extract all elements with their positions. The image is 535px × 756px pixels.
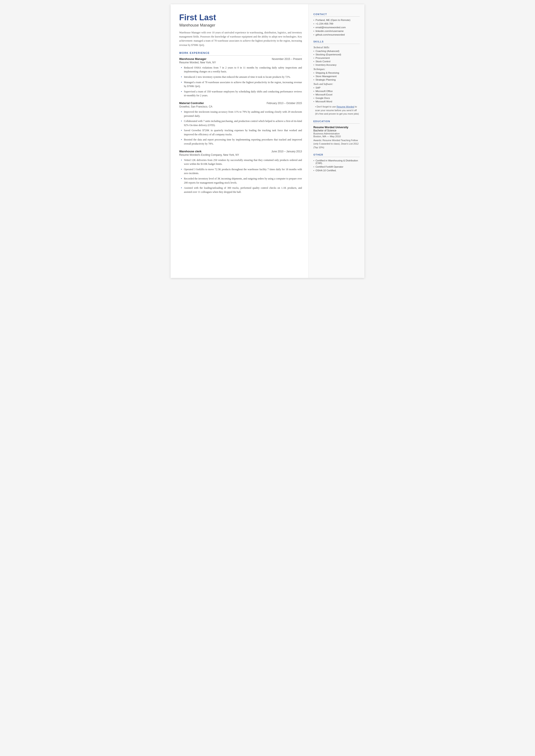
list-item: Improved the stockroom issuing accuracy … — [181, 110, 302, 118]
list-item: Supervised a team of 350 warehouse emplo… — [181, 90, 302, 98]
education-header: EDUCATION — [313, 120, 360, 124]
job-block-3: Warehouse clerk June 2010 – January 2013… — [179, 150, 302, 194]
list-item: +1-234-456-789 — [313, 22, 360, 25]
list-item: Microsoft Excel — [313, 93, 360, 96]
list-item: Managed a team of 78 warehouse associate… — [181, 80, 302, 88]
list-item: Microsoft Office — [313, 90, 360, 92]
job-company-1: Resume Worded, New York, NY — [179, 61, 302, 64]
edu-field: Business Administration — [313, 132, 360, 135]
list-item: Saved Growthsi $720K in quarterly trucki… — [181, 129, 302, 136]
list-item: Store Management — [313, 75, 360, 77]
job-block-1: Warehouse Manager November 2015 – Presen… — [179, 57, 302, 98]
job-dates-2: February 2013 – October 2015 — [267, 102, 302, 105]
job-title-2: Material Controller — [179, 102, 204, 105]
promo-before: • Don't forget to use — [315, 105, 337, 108]
job-header-1: Warehouse Manager November 2015 – Presen… — [179, 57, 302, 61]
list-item: Recorded the inventory level of 3K incom… — [181, 177, 302, 185]
job-dates-1: November 2015 – Present — [272, 58, 302, 61]
list-item: Introduced 2 new inventory systems that … — [181, 75, 302, 79]
list-item: SAP — [313, 86, 360, 89]
job-dates-3: June 2010 – January 2013 — [271, 150, 302, 153]
job-company-3: Resume Worded's Exciting Company, New Yo… — [179, 153, 302, 157]
list-item: Google Docs — [313, 97, 360, 99]
full-name: First Last — [179, 13, 302, 22]
list-item: Boosted the data and report processing t… — [181, 138, 302, 146]
list-item: Strategic Planning — [313, 78, 360, 81]
tools-label: Tools and Software: — [313, 83, 360, 85]
promo-link[interactable]: Resume Worded — [337, 105, 354, 108]
job-title-3: Warehouse clerk — [179, 150, 202, 153]
technical-skills-list: Coaching (Advanced) Stocking (Experience… — [313, 50, 360, 66]
edu-degree: Bachelor of Science — [313, 129, 360, 132]
other-header: OTHER — [313, 153, 360, 157]
list-item: OSHA 10 Certified. — [313, 169, 360, 172]
list-item: Certified in Warehousing & Distribution … — [313, 159, 360, 164]
skills-header: SKILLS — [313, 40, 360, 44]
summary-text: Warehouse Manager with over 10 years of … — [179, 31, 302, 47]
list-item: Operated 3 forklifts to move 72.5K produ… — [181, 167, 302, 175]
other-list: Certified in Warehousing & Distribution … — [313, 159, 360, 172]
work-experience-header: WORK EXPERIENCE — [179, 51, 302, 56]
list-item: Procurement — [313, 57, 360, 59]
techniques-list: Shipping & Receiving Store Management St… — [313, 72, 360, 81]
promo-text: • Don't forget to use Resume Worded to s… — [313, 105, 360, 116]
list-item: Inventory Accuracy — [313, 64, 360, 66]
edu-school: Resume Worded University — [313, 126, 360, 129]
list-item: Reduced OSHA violations from 7 in 2 year… — [181, 66, 302, 74]
list-item: Assisted with the loading/unloading of 3… — [181, 186, 302, 194]
tools-list: SAP Microsoft Office Microsoft Excel Goo… — [313, 86, 360, 103]
list-item: github.com/resumeworded — [313, 33, 360, 36]
list-item: Vetted 12K deliveries from 250 vendors b… — [181, 158, 302, 166]
contact-list: Portland, ME (Open to Remote) +1-234-456… — [313, 19, 360, 36]
techniques-label: Techniques: — [313, 68, 360, 71]
edu-awards: Awards: Resume Worded Teaching Fellow (o… — [313, 138, 360, 149]
list-item: Certified Forklift Operator — [313, 165, 360, 168]
list-item: linkedin.com/in/username — [313, 30, 360, 32]
job-title-1: Warehouse Manager — [179, 57, 207, 61]
job-bullets-3: Vetted 12K deliveries from 250 vendors b… — [179, 158, 302, 194]
technical-skills-label: Technical Skills: — [313, 46, 360, 49]
resume-page: First Last Warehouse Manager Warehouse M… — [171, 4, 364, 278]
job-header-3: Warehouse clerk June 2010 – January 2013 — [179, 150, 302, 153]
list-item: Shipping & Receiving — [313, 72, 360, 74]
list-item: Coaching (Advanced) — [313, 50, 360, 52]
list-item: Stocking (Experienced) — [313, 53, 360, 56]
list-item: email@resumeworded.com — [313, 26, 360, 29]
job-bullets-2: Improved the stockroom issuing accuracy … — [179, 110, 302, 146]
list-item: Microsoft Word — [313, 100, 360, 103]
job-bullets-1: Reduced OSHA violations from 7 in 2 year… — [179, 66, 302, 98]
job-block-2: Material Controller February 2013 – Octo… — [179, 102, 302, 146]
job-header-2: Material Controller February 2013 – Octo… — [179, 102, 302, 105]
list-item: Portland, ME (Open to Remote) — [313, 19, 360, 21]
right-column: CONTACT Portland, ME (Open to Remote) +1… — [308, 4, 364, 278]
edu-location: Boston, MA — May 2010 — [313, 135, 360, 138]
contact-header: CONTACT — [313, 13, 360, 16]
job-company-2: Growthsi, San Francisco, CA — [179, 105, 302, 108]
job-title: Warehouse Manager — [179, 23, 302, 28]
list-item: Collaborated with 7 units including purc… — [181, 119, 302, 127]
list-item: Stock Control — [313, 60, 360, 63]
left-column: First Last Warehouse Manager Warehouse M… — [171, 4, 308, 278]
